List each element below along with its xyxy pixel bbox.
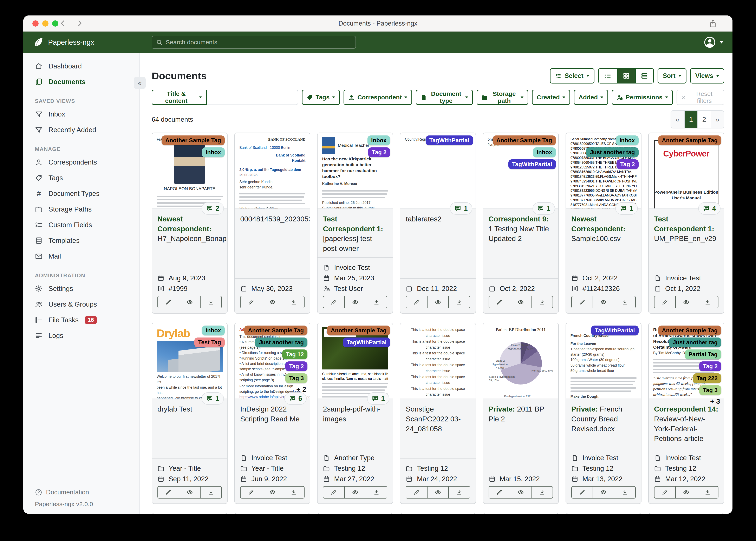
sort-button[interactable]: Sort xyxy=(658,68,686,84)
document-card[interactable]: Patient BP Distribution 2011Isolated Sys… xyxy=(483,323,559,504)
document-title[interactable]: 2sample-pdf-with-images xyxy=(323,404,387,424)
reset-filters-button[interactable]: Reset filters xyxy=(677,90,724,105)
tag-pill[interactable]: Another Sample Tag xyxy=(244,325,307,335)
user-menu[interactable] xyxy=(703,36,723,49)
document-title[interactable]: Private: 2011 BP Pie 2 xyxy=(489,404,553,424)
document-card[interactable]: one,1.0five,5.0Another Sample TagInboxTa… xyxy=(483,133,559,313)
view-document-button[interactable] xyxy=(344,296,366,308)
search-field-select-button[interactable]: Title & content xyxy=(152,90,207,105)
tag-pill[interactable]: Another Sample Tag xyxy=(658,136,721,145)
brand[interactable]: Paperless-ngx xyxy=(32,37,94,48)
tag-pill[interactable]: Inbox xyxy=(533,148,556,157)
collapse-sidebar-button[interactable]: « xyxy=(134,77,146,89)
tag-pill[interactable]: Tag 3 xyxy=(285,373,307,383)
document-title[interactable]: tablerates2 xyxy=(406,214,470,224)
comment-count-badge[interactable]: 1 xyxy=(367,392,389,405)
edit-document-button[interactable] xyxy=(157,486,179,499)
document-title[interactable]: Newest Correspondent: Sample100.csv xyxy=(571,214,636,244)
tag-pill[interactable]: Tag 222 xyxy=(693,373,721,383)
sidebar-item-settings[interactable]: Settings xyxy=(23,281,139,296)
document-title[interactable]: Test Correspondent 1: UM_PPBE_en_v29 xyxy=(654,214,718,244)
sidebar-item-recently-added[interactable]: Recently Added xyxy=(23,122,139,138)
tag-pill[interactable]: TagWithPartial xyxy=(426,136,473,145)
search-box[interactable] xyxy=(152,36,356,49)
search-input[interactable] xyxy=(166,39,352,46)
view-document-button[interactable] xyxy=(593,486,614,499)
view-document-button[interactable] xyxy=(510,486,532,499)
download-document-button[interactable] xyxy=(200,296,222,308)
document-thumbnail[interactable]: Lorem ipsumLorem ipsum dolor sit amet, c… xyxy=(152,513,227,514)
download-document-button[interactable] xyxy=(366,296,387,308)
tag-pill[interactable]: Tag 12 xyxy=(282,349,308,359)
document-card[interactable]: Boundary Waters TripCurabitur bibendum a… xyxy=(317,323,393,504)
document-card[interactable]: Country,Region/State,"TagWithPartial1tab… xyxy=(400,133,476,313)
document-thumbnail[interactable]: This is a test xyxy=(566,513,641,514)
tag-pill[interactable]: TagWithPartial xyxy=(343,337,390,347)
document-title[interactable]: Private: French Country Bread Revised.do… xyxy=(571,404,636,434)
document-card[interactable]: Serial Number,Company Name,Employe978818… xyxy=(566,133,641,313)
download-document-button[interactable] xyxy=(366,486,387,499)
tag-pill[interactable]: Tag 2 xyxy=(285,361,307,371)
download-document-button[interactable] xyxy=(697,296,718,308)
document-thumbnail[interactable]: This is a test for the double space char… xyxy=(400,323,475,399)
view-document-button[interactable] xyxy=(344,486,366,499)
download-document-button[interactable] xyxy=(531,486,553,499)
document-card[interactable]: This is a testAnother Sample TagTag 12 xyxy=(566,513,641,514)
view-document-button[interactable] xyxy=(179,296,200,308)
tag-pill[interactable]: TagWithPartial xyxy=(508,159,556,169)
edit-document-button[interactable] xyxy=(157,296,179,308)
sidebar-item-templates[interactable]: Templates xyxy=(23,233,139,249)
filter-document-type-button[interactable]: Document type xyxy=(416,90,473,105)
document-title[interactable]: Sonstige ScanPC2022 03-24_081058 xyxy=(406,404,470,434)
document-thumbnail[interactable]: This is a multi page document. Page 1. xyxy=(400,513,475,514)
download-document-button[interactable] xyxy=(283,486,305,499)
document-title[interactable]: InDesign 2022 Scripting Read Me xyxy=(240,404,305,424)
forward-icon[interactable] xyxy=(75,19,84,29)
download-document-button[interactable] xyxy=(614,296,636,308)
document-title[interactable]: Test Correspondent 1: [paperless] test p… xyxy=(323,214,387,253)
tag-pill[interactable]: TagWithPartial xyxy=(591,325,639,335)
edit-document-button[interactable] xyxy=(240,486,262,499)
close-window-button[interactable] xyxy=(32,20,39,27)
tag-pill[interactable]: Another Sample Tag xyxy=(162,136,225,145)
view-document-button[interactable] xyxy=(179,486,200,499)
document-card[interactable]: The SATPracticeTest #1Make time to take … xyxy=(483,513,559,514)
tag-pill[interactable]: Tag 2 xyxy=(368,148,390,157)
sidebar-item-file-tasks[interactable]: File Tasks16 xyxy=(23,312,139,328)
tag-pill[interactable]: Tag 2 xyxy=(699,361,721,371)
document-card[interactable]: Review ofof Arbitral Awards shows swift … xyxy=(648,323,724,504)
comment-count-badge[interactable]: 1 xyxy=(450,202,472,215)
edit-document-button[interactable] xyxy=(571,296,593,308)
edit-document-button[interactable] xyxy=(489,486,510,499)
sidebar-item-tags[interactable]: Tags xyxy=(23,170,139,186)
sidebar-item-mail[interactable]: Mail xyxy=(23,249,139,264)
download-document-button[interactable] xyxy=(200,486,222,499)
edit-document-button[interactable] xyxy=(240,296,262,308)
sidebar-item-custom-fields[interactable]: Custom Fields xyxy=(23,217,139,233)
view-document-button[interactable] xyxy=(262,296,283,308)
document-card[interactable]: Lorem ipsumLorem ipsum dolor sit amet, c… xyxy=(152,513,228,514)
tag-pill[interactable]: Tag 3 xyxy=(699,385,721,395)
document-card[interactable]: Test Name123-456-7890January 2, 2022July… xyxy=(234,513,310,514)
view-detail-button[interactable] xyxy=(635,69,653,83)
comment-count-badge[interactable]: 1 xyxy=(533,202,555,215)
sidebar-item-correspondents[interactable]: Correspondents xyxy=(23,155,139,170)
document-thumbnail[interactable]: BANK OF SCOTLANDBank of Scotland · 10000… xyxy=(235,133,310,209)
download-document-button[interactable] xyxy=(283,296,305,308)
sidebar-item-users-groups[interactable]: Users & Groups xyxy=(23,296,139,312)
filter-created-button[interactable]: Created xyxy=(532,90,570,105)
pager-page-button[interactable]: 2 xyxy=(697,111,711,128)
comment-count-badge[interactable]: 2 xyxy=(202,202,224,215)
edit-document-button[interactable] xyxy=(654,486,676,499)
tag-pill[interactable]: Inbox xyxy=(202,148,225,157)
tag-pill[interactable]: Another Sample Tag xyxy=(327,325,390,335)
download-document-button[interactable] xyxy=(531,296,553,308)
tag-pill[interactable]: Just another tag xyxy=(669,337,721,347)
document-title[interactable]: 0004814539_20230531 xyxy=(240,214,305,224)
title-content-filter-input[interactable] xyxy=(207,90,298,105)
download-document-button[interactable] xyxy=(697,486,718,499)
download-document-button[interactable] xyxy=(448,486,470,499)
tag-pill[interactable]: Inbox xyxy=(616,136,639,145)
filter-added-button[interactable]: Added xyxy=(574,90,608,105)
document-card[interactable]: Medical TeacherHas the new Kirkpatrick g… xyxy=(317,133,393,313)
